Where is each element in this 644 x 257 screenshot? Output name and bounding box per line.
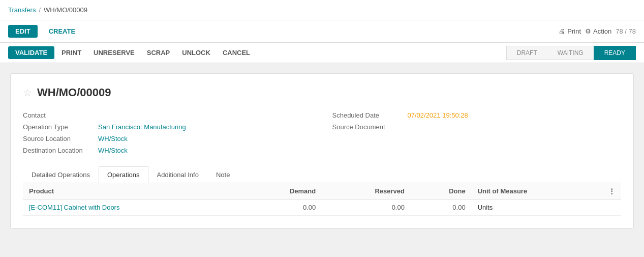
- tab-detailed-operations[interactable]: Detailed Operations: [23, 166, 99, 183]
- step-ready: READY: [594, 46, 636, 60]
- tabs: Detailed Operations Operations Additiona…: [23, 166, 621, 183]
- field-source-document: Source Document: [332, 123, 622, 131]
- tab-operations[interactable]: Operations: [99, 166, 148, 183]
- col-header-demand: Demand: [241, 183, 322, 199]
- contact-label: Contact: [23, 111, 94, 119]
- operations-table: Product Demand Reserved Done Unit of Mea…: [23, 183, 621, 216]
- step-draft: DRAFT: [506, 46, 547, 60]
- scheduled-date-value: 07/02/2021 19:50:28: [408, 111, 468, 119]
- reserved-value: 0.00: [392, 204, 405, 211]
- destination-location-value[interactable]: WH/Stock: [98, 147, 128, 154]
- col-header-uom: Unit of Measure: [472, 183, 602, 199]
- field-source-location: Source Location WH/Stock: [23, 135, 312, 142]
- print-status-button[interactable]: PRINT: [56, 46, 86, 59]
- breadcrumb: Transfers / WH/MO/00009: [8, 6, 87, 14]
- table-row: [E-COM11] Cabinet with Doors 0.00 0.00 0…: [23, 199, 621, 216]
- cell-done: 0.00: [411, 199, 472, 216]
- source-location-label: Source Location: [23, 135, 94, 142]
- fields-grid: Contact Operation Type San Francisco: Ma…: [23, 111, 621, 154]
- source-document-label: Source Document: [332, 123, 404, 131]
- product-link[interactable]: [E-COM11] Cabinet with Doors: [29, 204, 119, 211]
- operation-type-label: Operation Type: [23, 123, 94, 131]
- content-area: ☆ WH/MO/00009 Contact Operation Type San…: [0, 63, 644, 239]
- table-container: Product Demand Reserved Done Unit of Mea…: [23, 183, 621, 216]
- demand-value: 0.00: [303, 204, 316, 211]
- create-button[interactable]: CREATE: [42, 25, 82, 38]
- status-steps: DRAFT WAITING READY: [506, 46, 636, 60]
- destination-location-label: Destination Location: [23, 147, 94, 154]
- unreserve-button[interactable]: UNRESERVE: [88, 46, 140, 59]
- uom-value: Units: [478, 204, 493, 211]
- page-counter: 78 / 78: [616, 27, 636, 35]
- cell-reserved: 0.00: [322, 199, 411, 216]
- status-bar: VALIDATE PRINT UNRESERVE SCRAP UNLOCK CA…: [0, 43, 644, 63]
- table-header-row: Product Demand Reserved Done Unit of Mea…: [23, 183, 621, 199]
- cell-product: [E-COM11] Cabinet with Doors: [23, 199, 241, 216]
- col-header-reserved: Reserved: [322, 183, 411, 199]
- operation-type-value[interactable]: San Francisco: Manufacturing: [98, 123, 186, 131]
- edit-button[interactable]: EDIT: [8, 25, 38, 38]
- gear-icon: ⚙: [585, 27, 591, 35]
- favorite-star-icon[interactable]: ☆: [23, 87, 32, 99]
- col-header-done: Done: [411, 183, 472, 199]
- field-destination-location: Destination Location WH/Stock: [23, 147, 312, 154]
- breadcrumb-parent[interactable]: Transfers: [8, 6, 36, 14]
- card-header: ☆ WH/MO/00009: [23, 86, 621, 99]
- unlock-button[interactable]: UNLOCK: [177, 46, 216, 59]
- breadcrumb-separator: /: [39, 6, 41, 14]
- cell-demand: 0.00: [241, 199, 322, 216]
- printer-icon: 🖨: [559, 27, 565, 35]
- cancel-button[interactable]: CANCEL: [218, 46, 255, 59]
- breadcrumb-current: WH/MO/00009: [44, 6, 87, 14]
- print-label: Print: [567, 27, 581, 35]
- step-waiting: WAITING: [547, 46, 594, 60]
- record-card: ☆ WH/MO/00009 Contact Operation Type San…: [10, 73, 634, 229]
- action-button[interactable]: ⚙ Action: [585, 27, 611, 35]
- col-header-product: Product: [23, 183, 241, 199]
- field-operation-type: Operation Type San Francisco: Manufactur…: [23, 123, 312, 131]
- validate-button[interactable]: VALIDATE: [8, 46, 54, 59]
- scrap-button[interactable]: SCRAP: [142, 46, 175, 59]
- cell-options: [602, 199, 621, 216]
- print-button[interactable]: 🖨 Print: [559, 27, 581, 35]
- tab-additional-info[interactable]: Additional Info: [148, 166, 207, 183]
- table-options-icon[interactable]: ⋮: [608, 187, 615, 195]
- scheduled-date-label: Scheduled Date: [332, 111, 404, 119]
- cell-uom: Units: [472, 199, 602, 216]
- record-title: WH/MO/00009: [37, 86, 111, 99]
- action-bar: EDIT CREATE 🖨 Print ⚙ Action 78 / 78: [0, 20, 644, 43]
- tab-note[interactable]: Note: [207, 166, 238, 183]
- action-label: Action: [593, 27, 611, 35]
- done-value: 0.00: [452, 204, 465, 211]
- right-fields: Scheduled Date 07/02/2021 19:50:28 Sourc…: [332, 111, 622, 154]
- source-location-value[interactable]: WH/Stock: [98, 135, 128, 142]
- breadcrumb-bar: Transfers / WH/MO/00009: [0, 0, 644, 20]
- field-scheduled-date: Scheduled Date 07/02/2021 19:50:28: [332, 111, 622, 119]
- left-fields: Contact Operation Type San Francisco: Ma…: [23, 111, 312, 154]
- field-contact: Contact: [23, 111, 312, 119]
- col-header-options: ⋮: [602, 183, 621, 199]
